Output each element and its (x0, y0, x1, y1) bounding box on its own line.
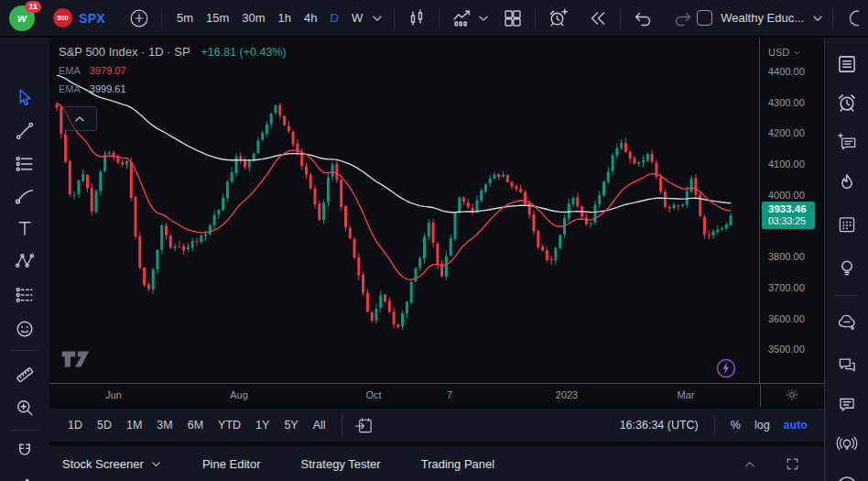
timeframe-1d[interactable]: D (324, 11, 345, 25)
account-name: Wealthy Educ... (721, 11, 804, 25)
price-axis[interactable]: USD 4400.00 4300.00 4200.00 4100.00 4000… (761, 38, 824, 383)
help-icon (835, 472, 859, 481)
pattern-tool-button[interactable] (14, 250, 37, 273)
pine-editor-label: Pine Editor (202, 457, 261, 471)
account-avatar-box-icon (697, 10, 712, 26)
replay-rewind-icon (587, 7, 609, 29)
layout-button[interactable] (499, 5, 526, 32)
range-1m[interactable]: 1M (119, 415, 149, 435)
indicators-menu-button[interactable] (475, 5, 492, 32)
bottom-toolbar: 1D 5D 1M 3M 6M YTD 1Y 5Y All 16:36:34 (U… (49, 409, 824, 442)
fullscreen-button[interactable] (778, 451, 806, 478)
ema-slow-legend[interactable]: EMA 3999.61 (59, 83, 287, 94)
ema-fast-value: 3979.07 (90, 65, 126, 76)
range-6m[interactable]: 6M (180, 415, 211, 435)
stock-screener-tab[interactable]: Stock Screener (62, 457, 162, 471)
server-clock[interactable]: 16:36:34 (UTC) (620, 419, 699, 432)
fib-tool-button[interactable] (14, 153, 37, 176)
pine-editor-tab[interactable]: Pine Editor (202, 457, 261, 471)
price-tick: 4000.00 (768, 190, 805, 201)
trading-panel-tab[interactable]: Trading Panel (421, 457, 494, 471)
timeframe-1w[interactable]: W (345, 11, 369, 25)
watchlist-button[interactable] (835, 52, 859, 76)
timeframe-30m[interactable]: 30m (235, 11, 271, 25)
undo-button[interactable] (629, 5, 656, 32)
percent-scale-button[interactable]: % (731, 419, 741, 432)
log-scale-button[interactable]: log (754, 419, 770, 432)
user-avatar[interactable]: w 11 (9, 5, 35, 31)
range-ytd[interactable]: YTD (211, 415, 248, 435)
public-chat-button[interactable] (835, 311, 859, 334)
range-1y[interactable]: 1Y (248, 415, 277, 435)
ideas-button[interactable] (835, 256, 859, 279)
timeframe-4h[interactable]: 4h (298, 11, 323, 25)
range-1d[interactable]: 1D (60, 415, 90, 435)
calendar-button[interactable] (835, 213, 859, 236)
help-button[interactable] (835, 472, 859, 481)
timeframe-menu-button[interactable] (369, 5, 385, 32)
hotlists-button[interactable] (835, 171, 859, 195)
indicators-button[interactable] (448, 5, 475, 32)
drawing-lock-button[interactable] (14, 474, 37, 481)
text-icon (14, 217, 37, 240)
tradingview-watermark (60, 349, 92, 369)
divider (714, 415, 715, 435)
widget-sidebar (824, 38, 868, 481)
notes-button[interactable] (835, 130, 859, 154)
brush-tool-button[interactable] (14, 184, 37, 207)
alerts-button[interactable] (835, 91, 859, 115)
emoji-tool-button[interactable] (14, 318, 37, 341)
flame-icon (835, 171, 859, 195)
private-chat-button[interactable] (835, 353, 859, 377)
compare-add-button[interactable] (125, 5, 153, 32)
sp500-logo: 500 (53, 8, 72, 27)
axis-settings-button[interactable] (784, 387, 800, 403)
text-tool-button[interactable] (14, 217, 37, 240)
measure-tool-button[interactable] (14, 364, 37, 387)
candlestick-style-icon (406, 7, 428, 29)
notification-badge: 11 (25, 1, 41, 13)
quick-action-button[interactable] (715, 357, 737, 379)
forecast-tool-button[interactable] (14, 284, 37, 307)
go-to-date-button[interactable] (351, 411, 378, 439)
time-axis[interactable]: Jun Aug Oct 7 2023 Mar (49, 383, 824, 406)
create-alert-button[interactable] (544, 5, 571, 32)
magnet-tool-button[interactable] (14, 441, 37, 464)
broadcast-button[interactable] (835, 432, 859, 456)
time-label: Aug (230, 389, 248, 400)
bar-replay-button[interactable] (584, 5, 612, 32)
symbol-button[interactable]: SPX (79, 11, 105, 26)
price-tick: 4200.00 (768, 127, 805, 138)
currency-selector[interactable]: USD (768, 47, 801, 58)
chevron-down-icon (793, 49, 801, 57)
cursor-icon (14, 87, 37, 110)
publish-icon[interactable] (841, 7, 859, 29)
collapse-legend-button[interactable] (62, 106, 97, 131)
zoom-in-tool-button[interactable] (14, 397, 37, 420)
chart-plot[interactable]: S&P 500 Index · 1D · SP +16.81 (+0.43%) … (49, 38, 760, 383)
account-menu[interactable]: Wealthy Educ... (697, 10, 824, 26)
timeframe-1h[interactable]: 1h (272, 11, 298, 25)
range-5y[interactable]: 5Y (277, 415, 305, 435)
cursor-tool-button[interactable] (14, 87, 37, 110)
chart-style-button[interactable] (403, 5, 430, 32)
streams-button[interactable] (835, 393, 859, 417)
brush-icon (14, 184, 37, 207)
redo-button[interactable] (669, 5, 697, 32)
symbol-title[interactable]: S&P 500 Index · 1D · SP (59, 45, 190, 59)
thought-cloud-icon (835, 311, 859, 334)
timeframe-15m[interactable]: 15m (200, 11, 235, 25)
trend-line-tool-button[interactable] (14, 120, 37, 143)
chart-panel[interactable]: S&P 500 Index · 1D · SP +16.81 (+0.43%) … (49, 38, 824, 406)
pencil-lock-icon (14, 474, 37, 481)
fullscreen-icon (785, 456, 800, 472)
range-5d[interactable]: 5D (90, 415, 119, 435)
auto-scale-button[interactable]: auto (784, 419, 808, 432)
expand-panel-button[interactable] (736, 451, 764, 478)
range-3m[interactable]: 3M (149, 415, 179, 435)
range-all[interactable]: All (306, 415, 333, 435)
ema-fast-legend[interactable]: EMA 3979.07 (59, 65, 287, 76)
timeframe-5m[interactable]: 5m (170, 11, 200, 25)
last-price-badge: 3933.46 03:33:25 (762, 202, 815, 229)
strategy-tester-tab[interactable]: Strategy Tester (300, 457, 380, 471)
